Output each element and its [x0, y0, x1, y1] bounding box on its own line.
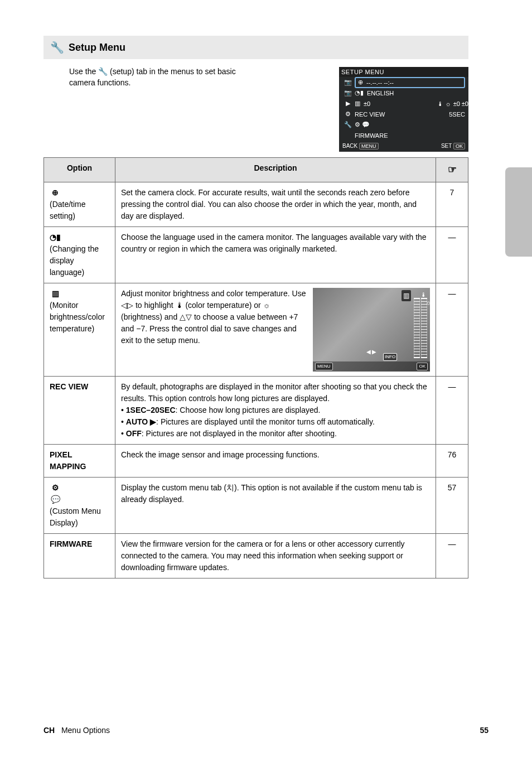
desc-text: (color temperature) or [185, 301, 263, 310]
opt-subtitle: (Custom Menu Display) [50, 505, 109, 529]
section-title: Setup Menu [69, 42, 125, 54]
clock-icon: ⊕ [50, 187, 61, 199]
menu-monitor-extra-icons: 🌡 ☼ [437, 100, 451, 107]
up-down-arrows-icon: △▽ [180, 312, 192, 321]
left-right-arrows-icon: ◁▷ [121, 301, 133, 310]
footer-chapter: CH [43, 726, 55, 735]
monitor-icon: ▥ [50, 288, 61, 300]
opt-subtitle: (Date/time setting) [50, 199, 109, 222]
bullet-text: : Pictures are not displayed in the moni… [142, 429, 337, 438]
menu-recview-value: 5SEC [449, 111, 465, 118]
opt-desc: Choose the language used in the camera m… [115, 227, 436, 283]
opt-page: 76 [436, 445, 468, 478]
menu-set-label: SET [441, 143, 452, 149]
play-icon: ▶ [341, 100, 355, 107]
opt-desc: ▥ 🌡 ☼ ◀ ▶ INFO MENU OK Adjust monitor br… [115, 283, 436, 377]
opt-page: — [436, 534, 468, 578]
opt-subtitle: (Changing the display language) [50, 243, 109, 278]
monitor-preview-graphic: ▥ 🌡 ☼ ◀ ▶ INFO MENU OK [313, 288, 430, 372]
page-footer: CH Menu Options 55 [43, 726, 489, 735]
globe-icon: ◔▮ [355, 89, 364, 97]
opt-title: PIXEL MAPPING [50, 449, 109, 472]
menu-row-monitor: ▶ ▥ ±0 🌡 ☼ ±0 ±0 [339, 98, 468, 109]
globe-icon: ◔▮ [50, 232, 61, 243]
opt-subtitle: (Monitor brightness/color temperature) [50, 300, 109, 335]
intro-suffix: (setup) tab in the menus to set basic [110, 67, 236, 76]
opt-title: REC VIEW [50, 381, 109, 393]
bullet-label: 1SEC–20SEC [126, 406, 176, 414]
setup-menu-graphic: SETUP MENU 📷 ⊕ --.--.-- --:-- 📷 ◔▮ ENGLI… [339, 67, 468, 152]
table-row: ▥ (Monitor brightness/color temperature)… [44, 283, 468, 377]
gears-speech-icon: ⚙ 💬 [355, 121, 370, 128]
temperature-icon: 🌡 [176, 301, 183, 310]
menu-row-lang: 📷 ◔▮ ENGLISH [339, 88, 468, 98]
sun-icon: ☼ [263, 301, 270, 310]
opt-desc: Display the custom menu tab (치). This op… [115, 478, 436, 534]
intro-line1: Use the 🔧 (setup) tab in the menus to se… [69, 67, 236, 76]
gears-icon: ⚙ [341, 110, 355, 118]
clock-icon: ⊕ [358, 79, 363, 86]
opt-desc: Set the camera clock. For accurate resul… [115, 182, 436, 227]
menu-row-firmware: FIRMWARE [339, 130, 468, 141]
opt-page: — [436, 283, 468, 377]
menu-monitor-text: ±0 [364, 100, 435, 107]
menu-row-custommenu: 🔧 ⚙ 💬 [339, 119, 468, 130]
menu-firmware-text: FIRMWARE [355, 132, 388, 139]
desc-text: (brightness) and [121, 312, 180, 321]
page-number: 55 [480, 726, 489, 735]
wrench-icon: 🔧 [341, 121, 355, 128]
menu-key-label: MENU [359, 143, 379, 150]
col-ref-header: ☞ [436, 158, 468, 182]
monitor-icon: ▥ [402, 290, 411, 301]
table-row: PIXEL MAPPING Check the image sensor and… [44, 445, 468, 478]
options-table: Option Description ☞ ⊕ (Date/time settin… [43, 157, 468, 578]
monitor-icon: ▥ [355, 100, 360, 107]
table-header-row: Option Description ☞ [44, 158, 468, 182]
bullet-text: : Choose how long pictures are displayed… [176, 406, 321, 414]
opt-page: — [436, 377, 468, 445]
opt-desc: Check the image sensor and image process… [115, 445, 436, 478]
menu-lang-text: ENGLISH [367, 90, 468, 97]
intro-line2: camera functions. [69, 78, 131, 87]
desc-text: Adjust monitor brightness and color temp… [121, 289, 306, 298]
opt-desc: View the firmware version for the camera… [115, 534, 436, 578]
bullet-label: OFF [126, 429, 142, 438]
info-key-label: INFO [383, 353, 397, 361]
section-header: 🔧 Setup Menu [43, 36, 468, 59]
opt-title: FIRMWARE [50, 538, 109, 550]
camera-icon: 📷 [341, 79, 355, 86]
menu-row-recview: ⚙ REC VIEW 5SEC [339, 109, 468, 119]
bullet-text: : Pictures are displayed until the monit… [156, 417, 375, 426]
menu-recview-text: REC VIEW [355, 111, 449, 118]
menu-key-label: MENU [315, 363, 333, 370]
table-row: ⊕ (Date/time setting) Set the camera clo… [44, 182, 468, 227]
opt-desc: By default, photographs are displayed in… [115, 377, 436, 445]
desc-text: to highlight [136, 301, 176, 310]
table-row: REC VIEW By default, photographs are dis… [44, 377, 468, 445]
wrench-icon-inline: 🔧 [98, 67, 108, 76]
wrench-icon: 🔧 [50, 41, 64, 54]
menu-title: SETUP MENU [339, 67, 468, 77]
bullet-label: AUTO ▶ [126, 417, 156, 426]
ok-key-label: OK [453, 143, 465, 150]
opt-page: 57 [436, 478, 468, 534]
table-row: ◔▮ (Changing the display language) Choos… [44, 227, 468, 283]
table-row: ⚙ 💬 (Custom Menu Display) Display the cu… [44, 478, 468, 534]
desc-text: By default, photographs are displayed in… [121, 381, 430, 404]
menu-monitor-extra-values: ±0 ±0 [453, 100, 468, 107]
table-row: FIRMWARE View the firmware version for t… [44, 534, 468, 578]
ok-key-label: OK [417, 363, 428, 370]
menu-row-clock: 📷 ⊕ --.--.-- --:-- [339, 77, 468, 88]
intro-prefix: Use the [69, 67, 98, 76]
menu-back-label: BACK [342, 143, 357, 149]
page-side-tab [505, 167, 532, 257]
gears-speech-icon: ⚙ 💬 [50, 482, 61, 505]
arrows-indicator: ◀ ▶ [366, 348, 377, 356]
pointer-icon: ☞ [448, 164, 457, 175]
menu-bottom-bar: BACK MENU SET OK [339, 141, 468, 151]
col-option-header: Option [44, 158, 115, 182]
opt-page: — [436, 227, 468, 283]
camera-icon: 📷 [341, 89, 355, 97]
footer-title: Menu Options [61, 726, 110, 735]
menu-clock-text: --.--.-- --:-- [366, 79, 394, 86]
